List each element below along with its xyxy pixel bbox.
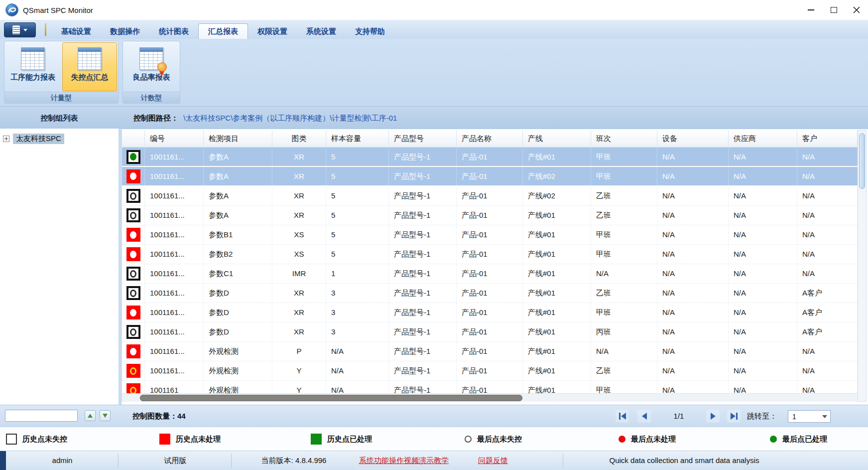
legend-label: 最后点未处理 [631,435,676,444]
table-row[interactable]: 1001161...参数DXR3产品型号-1产品-01产线#01乙班N/AN/A… [122,284,858,303]
legend-bar: 历史点未失控历史点未处理历史点已处理最后点未失控最后点未处理最后点已处理 [0,427,868,451]
chevron-down-icon [822,415,827,418]
tree-node-root[interactable]: 太友科技SPC [3,134,119,144]
tab-数据操作[interactable]: 数据操作 [101,24,149,39]
column-header-item[interactable]: 检测项目 [204,130,272,147]
cell-name: 产品-01 [457,245,523,264]
legend-label: 最后点未失控 [477,435,522,444]
cell-line: 产线#02 [523,167,591,185]
column-header-device[interactable]: 设备 [657,130,729,147]
cell-device: N/A [657,245,729,264]
cell-name: 产品-01 [457,225,523,244]
cell-model: 产品型号-1 [389,148,457,166]
table-row[interactable]: 1001161...参数B1XS5产品型号-1产品-01产线#01甲班N/AN/… [122,225,858,245]
tab-统计图表[interactable]: 统计图表 [149,24,198,39]
page-indicator: 1/1 [660,405,697,427]
column-header-chart[interactable]: 图类 [272,130,326,147]
table-row[interactable]: 1001161...参数AXR5产品型号-1产品-01产线#01乙班N/AN/A… [122,206,858,225]
table-row[interactable]: 1001161...参数AXR5产品型号-1产品-01产线#02乙班N/AN/A… [122,186,858,206]
legend-item: 最后点未处理 [619,427,676,451]
cell-device: N/A [657,381,729,394]
cell-icon [122,322,145,341]
cell-item: 外观检测 [204,381,272,394]
chart-path-value[interactable]: \太友科技SPC\参考案例（以工序顺序构建）\计量型检测\工序-01 [183,114,397,122]
arrow-down-icon [103,414,108,418]
legend-item: 历史点已处理 [311,427,372,451]
minimize-button[interactable] [799,0,822,20]
cell-shift: 乙班 [591,361,657,380]
vertical-scrollbar[interactable] [858,130,867,402]
cell-supplier: N/A [729,186,797,205]
cell-id: 1001161... [145,264,204,283]
cell-icon [122,342,145,361]
tree-search-input[interactable] [5,410,78,422]
tab-基础设置[interactable]: 基础设置 [52,24,101,39]
last-page-button[interactable] [727,410,741,423]
tree-node-label[interactable]: 太友科技SPC [13,134,64,144]
table-row[interactable]: 1001161...参数DXR3产品型号-1产品-01产线#01丙班N/AN/A… [122,322,858,342]
maximize-button[interactable] [822,0,845,20]
column-header-model[interactable]: 产品型号 [389,130,457,147]
cell-customer: N/A [797,342,858,361]
close-button[interactable] [845,0,868,20]
next-item-button[interactable] [100,410,111,421]
tab-支持帮助[interactable]: 支持帮助 [346,24,394,39]
table-row[interactable]: 1001161外观检测YN/A产品型号-1产品-01产线#01甲班N/AN/AN… [122,381,858,394]
app-window: QSmart SPC Monitor 基础设置数据操作统计图表汇总报表权限设置系… [0,0,868,470]
status-version: 当前版本: 4.8.4.996 [261,451,327,470]
column-header-supplier[interactable]: 供应商 [729,130,797,147]
column-header-name[interactable]: 产品名称 [457,130,523,147]
cell-line: 产线#01 [523,148,591,166]
chart-path-bar: 控制图路径： \太友科技SPC\参考案例（以工序顺序构建）\计量型检测\工序-0… [133,107,397,129]
tab-权限设置[interactable]: 权限设置 [248,24,297,39]
column-header-customer[interactable]: 客户 [797,130,858,147]
ribbon-button-工序能力报表[interactable]: 工序能力报表 [5,42,60,91]
feedback-link[interactable]: 问题反馈 [478,451,508,470]
horizontal-scrollbar[interactable] [122,393,858,402]
column-header-n[interactable]: 样本容量 [326,130,389,147]
cell-model: 产品型号-1 [389,264,457,283]
next-page-button[interactable] [706,410,720,423]
video-tutorial-link[interactable]: 系统功能操作视频演示教学 [359,451,449,470]
table-row[interactable]: 1001161...参数DXR3产品型号-1产品-01产线#01甲班N/AN/A… [122,303,858,322]
table-row[interactable]: 1001161...参数AXR5产品型号-1产品-01产线#01甲班N/AN/A… [122,148,858,167]
column-header-shift[interactable]: 班次 [591,130,657,147]
ribbon-button-良品率报表[interactable]: 良品率报表 [124,42,179,91]
cell-supplier: N/A [729,303,797,322]
previous-page-button[interactable] [637,410,651,423]
table-row[interactable]: 1001161...外观检测PN/A产品型号-1产品-01产线#01N/AN/A… [122,342,858,361]
first-page-button[interactable] [616,410,629,423]
status-user: admin [52,451,73,470]
table-row[interactable]: 1001161...参数AXR5产品型号-1产品-01产线#02甲班N/AN/A… [122,167,858,186]
jump-page-select[interactable]: 1 [788,410,831,423]
tab-汇总报表[interactable]: 汇总报表 [198,23,248,39]
cell-id: 1001161... [145,322,204,341]
close-icon [853,6,860,13]
previous-item-button[interactable] [85,410,96,421]
column-header-icon[interactable] [122,130,145,147]
vertical-scrollbar-thumb[interactable] [859,133,865,189]
cell-item: 外观检测 [204,342,272,361]
cell-device: N/A [657,322,729,341]
table-row[interactable]: 1001161...外观检测YN/A产品型号-1产品-01产线#01乙班N/AN… [122,361,858,381]
application-menu-button[interactable] [4,22,36,37]
cell-line: 产线#01 [523,303,591,322]
cell-name: 产品-01 [457,186,523,205]
expand-plus-icon[interactable] [3,136,9,142]
cell-device: N/A [657,148,729,166]
tab-系统设置[interactable]: 系统设置 [297,24,346,39]
column-header-line[interactable]: 产线 [523,130,591,147]
jump-page-value: 1 [788,413,822,421]
cell-model: 产品型号-1 [389,245,457,264]
cell-line: 产线#01 [523,225,591,244]
table-row[interactable]: 1001161...参数B2XS5产品型号-1产品-01产线#01甲班N/AN/… [122,245,858,264]
legend-label: 最后点已处理 [782,435,827,444]
horizontal-scrollbar-thumb[interactable] [140,395,522,401]
cell-n: 5 [326,186,389,205]
table-row[interactable]: 1001161...参数C1IMR1产品型号-1产品-01产线#01N/AN/A… [122,264,858,284]
cell-supplier: N/A [729,361,797,380]
legend-item: 历史点未处理 [159,427,221,451]
column-header-id[interactable]: 编号 [145,130,204,147]
legend-label: 历史点已处理 [327,435,372,444]
ribbon-button-失控点汇总[interactable]: 失控点汇总 [62,42,117,91]
